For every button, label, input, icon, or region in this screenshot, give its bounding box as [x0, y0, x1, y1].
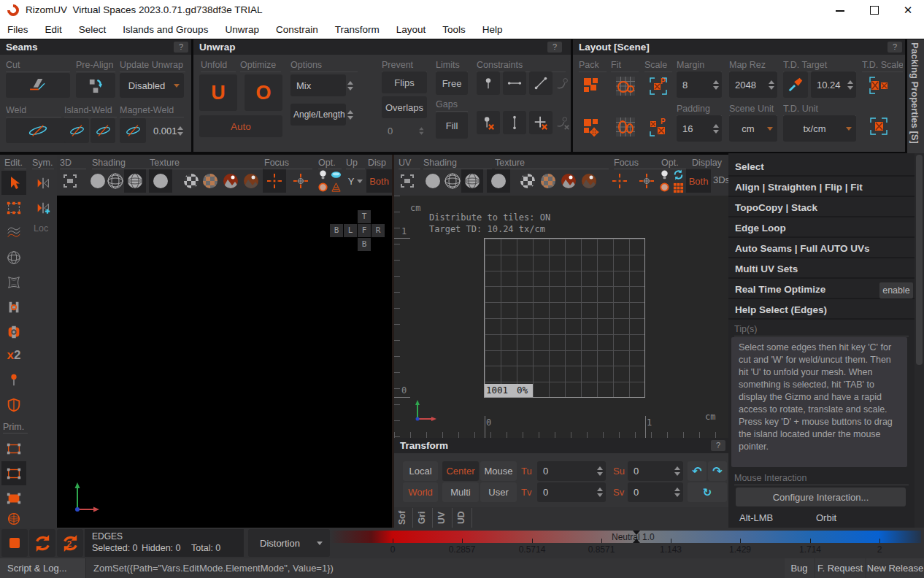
select-tool-button[interactable] [1, 171, 26, 195]
section-select[interactable]: Select [728, 158, 915, 177]
scale-all-button[interactable]: P [644, 112, 672, 142]
flips-button[interactable]: Flips [382, 72, 427, 93]
redo-button[interactable]: ↷ [708, 461, 727, 481]
menu-tools[interactable]: Tools [442, 24, 466, 35]
scrollbar-thumb[interactable] [916, 155, 923, 365]
fill-button[interactable]: Fill [436, 112, 468, 139]
3d-light-toggle[interactable] [317, 169, 329, 181]
unwrap-help-button[interactable]: ? [547, 42, 562, 53]
layout-help-button[interactable]: ? [888, 42, 902, 53]
3d-shade-combo-button[interactable] [124, 169, 146, 193]
center-button[interactable]: Center [442, 461, 479, 481]
overlaps-spinner[interactable]: 0 [382, 121, 427, 140]
uv-grid[interactable] [484, 238, 645, 398]
padding-spinner[interactable]: 16 [677, 115, 722, 142]
close-button[interactable]: ✕ [897, 0, 919, 20]
maximize-button[interactable] [863, 0, 885, 20]
uv-refresh-toggle[interactable] [671, 168, 685, 182]
tu-field[interactable]: 0 [537, 461, 606, 481]
spinner-arrows[interactable] [177, 126, 186, 136]
view-cube-left[interactable]: L [344, 224, 357, 237]
uv-focus-all-button[interactable] [635, 169, 658, 193]
undo-button[interactable]: ↶ [688, 461, 707, 481]
mirror-add-button[interactable] [31, 196, 55, 220]
menu-files[interactable]: Files [7, 24, 28, 35]
section-topocopy[interactable]: TopoCopy | Stack [728, 199, 915, 217]
uv-light-toggle[interactable] [658, 169, 671, 181]
3d-tex-none-button[interactable] [149, 169, 172, 193]
3d-tex-image-button[interactable] [220, 169, 241, 193]
prim-rect-button[interactable] [1, 436, 26, 461]
tab-gri[interactable]: Gri [417, 508, 433, 528]
constraint-edge-button[interactable] [503, 72, 526, 95]
seams-panel-header[interactable]: Seams? [0, 39, 191, 55]
multi-button[interactable]: Multi [442, 482, 479, 502]
island-weld-button[interactable] [64, 118, 89, 143]
uv-focus-selection-button[interactable] [608, 169, 631, 193]
cut-button[interactable] [6, 73, 70, 98]
sv-field[interactable]: 0 [628, 482, 683, 502]
overlaps-button[interactable]: Overlaps [382, 96, 427, 118]
3d-frustum-toggle[interactable] [330, 181, 342, 193]
mirror-tool-button[interactable] [31, 171, 55, 195]
uv-tex-checker2-button[interactable] [538, 169, 558, 193]
section-multi-uv[interactable]: Multi UV Sets [728, 260, 915, 279]
uv-display-3ds-label[interactable]: 3Ds [713, 174, 730, 185]
prim-fill-button[interactable] [1, 486, 26, 510]
mode-spinner[interactable] [347, 74, 358, 96]
uv-display-both-button[interactable]: Both [686, 169, 711, 193]
menu-help[interactable]: Help [482, 24, 503, 35]
uv-grid-toggle[interactable] [672, 182, 685, 194]
uv-circle-toggle[interactable] [658, 181, 671, 193]
3d-tex-image2-button[interactable] [241, 169, 261, 193]
uv-frame-button[interactable] [396, 169, 419, 193]
uv-tex-none-button[interactable] [487, 169, 510, 193]
pin-tool-button[interactable] [1, 368, 26, 392]
seams-help-button[interactable]: ? [174, 42, 188, 53]
local-button[interactable]: Local [403, 461, 438, 481]
scene-unit-dropdown[interactable]: cm [729, 115, 777, 142]
menu-layout[interactable]: Layout [396, 24, 426, 35]
pinch-deform-button[interactable] [1, 270, 26, 294]
user-button[interactable]: User [480, 482, 517, 502]
minimize-button[interactable] [829, 0, 851, 20]
section-help-select[interactable]: Help Select (Edges) [728, 301, 915, 320]
td-unit-dropdown[interactable]: tx/cm [783, 115, 856, 142]
script-log-button[interactable]: Script & Log... [0, 558, 86, 578]
pack-button[interactable] [579, 73, 605, 99]
tab-sof[interactable]: Sof [397, 508, 413, 528]
update-unwrap-dropdown[interactable]: Disabled [120, 73, 184, 98]
section-align[interactable]: Align | Straighten | Flip | Fit [728, 178, 915, 197]
view-cube-bottom[interactable]: B [358, 238, 371, 251]
menu-select[interactable]: Select [79, 24, 107, 35]
weld-clamp2-button[interactable] [1, 320, 26, 344]
section-edge-loop[interactable]: Edge Loop [728, 219, 915, 238]
section-auto-seams[interactable]: Auto Seams | Full AUTO UVs [728, 239, 915, 258]
map-rez-spinner[interactable]: 2048 [729, 72, 777, 98]
optimize-button[interactable]: O [245, 74, 282, 111]
uv-shade-combo-button[interactable] [461, 169, 483, 193]
weld-clamp-button[interactable] [1, 295, 26, 319]
island-weld-all-button[interactable] [91, 118, 115, 143]
td-scale-button[interactable] [863, 72, 894, 99]
marquee-tool-button[interactable] [1, 196, 26, 220]
prim-rect2-button[interactable] [1, 461, 26, 485]
magnet-weld-spinner[interactable]: 0.001 [147, 118, 185, 143]
view-cube-right[interactable]: R [371, 224, 385, 237]
mouse-button[interactable]: Mouse [480, 461, 517, 481]
brush-tool-button[interactable] [1, 220, 26, 244]
menu-unwrap[interactable]: Unwrap [225, 24, 259, 35]
menu-transform[interactable]: Transform [335, 24, 380, 35]
scale-button[interactable]: P [644, 72, 672, 101]
unfold-button[interactable]: U [199, 74, 237, 111]
menu-constrain[interactable]: Constrain [276, 24, 318, 35]
constraint-unpin-button[interactable] [477, 111, 500, 134]
transform-help-button[interactable]: ? [711, 440, 725, 451]
fit-vertical-button[interactable] [611, 112, 640, 142]
configure-interaction-button[interactable]: Configure Interaction... [736, 488, 906, 506]
td-scale-single-button[interactable] [863, 112, 894, 140]
bug-button[interactable]: Bug [785, 558, 814, 578]
menu-edit[interactable]: Edit [45, 24, 62, 35]
pack-selected-button[interactable] [579, 114, 605, 140]
margin-spinner[interactable]: 8 [677, 72, 722, 98]
